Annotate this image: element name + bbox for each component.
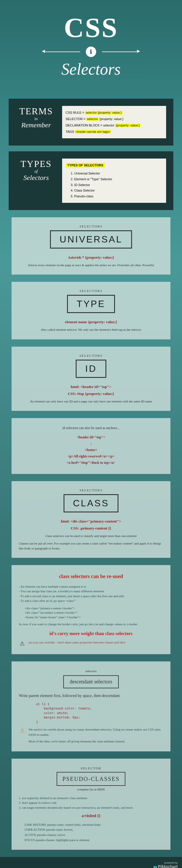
subtitle: Selectors <box>6 60 176 79</box>
pseudo-title: PSEUDO-CLASSES <box>57 772 125 786</box>
footer: powered by ▮▮ Piktochart make informatio… <box>0 857 182 868</box>
class-card: SELECTORS CLASS html: <div class="primar… <box>11 481 171 558</box>
types-panel: TYPES of Selectors TYPES OF SELECTORS Un… <box>9 151 173 210</box>
divider: ℹ <box>6 46 176 57</box>
wrench-icon: ℹ <box>86 46 96 57</box>
types-heading: TYPES <box>16 159 56 169</box>
id-card: SELECTORS ID html: <header id="top"> CSS… <box>11 347 171 411</box>
type-title: TYPE <box>67 295 115 313</box>
terms-content: CSS RULE = selector {property: value;} S… <box>62 106 166 138</box>
anchor-card: id selectors can also be used as anchors… <box>11 418 171 474</box>
warning-icon: ⚠ <box>19 727 26 734</box>
pseudo-card: SELECTOR PSEUDO-CLASSES complete list at… <box>11 758 171 850</box>
type-card: SELECTORS TYPE element name {property: v… <box>11 282 171 339</box>
types-content: TYPES OF SELECTORS Universal Selector El… <box>62 159 166 203</box>
id-title: ID <box>76 360 106 378</box>
descendant-card: selectors descendant selectors Write par… <box>11 661 171 751</box>
main-title: CSS <box>6 11 176 44</box>
piktochart-logo: Piktochart <box>158 864 178 868</box>
terms-panel: TERMS to Remember CSS RULE = selector {p… <box>9 99 173 146</box>
reuse-card: class selectors can be re-used - An elem… <box>11 565 171 654</box>
class-title: CLASS <box>64 494 119 513</box>
hero-section: CSS ℹ Selectors <box>0 0 182 93</box>
descendant-title: descendant selectors <box>63 675 118 688</box>
warning-icon: ⚠ <box>19 640 26 647</box>
terms-heading: TERMS <box>16 106 56 117</box>
universal-title: UNIVERSAL <box>50 230 132 249</box>
types-list: Universal Selector Element or "Type" Sel… <box>74 171 162 199</box>
code-block: ul li { background-color: tomato; color:… <box>36 702 163 724</box>
universal-card: SELECTORS UNIVERSAL Asterisk * {property… <box>11 217 171 275</box>
